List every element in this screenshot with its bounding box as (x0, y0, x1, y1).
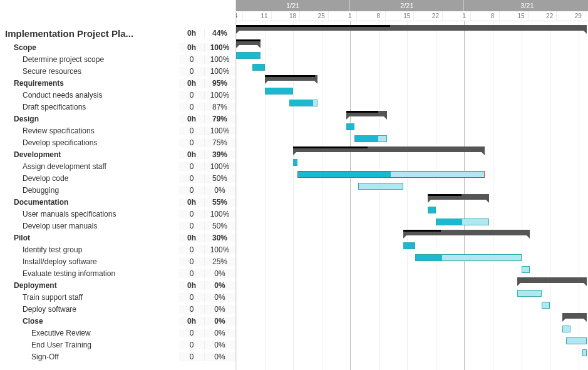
task-table-header (0, 0, 235, 25)
task-row[interactable]: Determine project scope0100% (0, 53, 235, 65)
task-row[interactable]: Review specifications0100% (0, 125, 235, 136)
task-bar[interactable] (252, 64, 265, 71)
bar-row (236, 204, 588, 216)
task-bar[interactable] (566, 337, 587, 344)
summary-row[interactable]: Development0h39% (0, 148, 235, 160)
task-hours: 0 (179, 257, 204, 266)
task-bar[interactable] (582, 349, 587, 356)
task-bar[interactable] (354, 135, 387, 142)
summary-bar[interactable] (236, 25, 587, 31)
task-percent: 39% (204, 150, 235, 159)
summary-row[interactable]: Scope0h100% (0, 41, 235, 53)
task-hours: 0h (179, 115, 204, 123)
bar-row (236, 299, 588, 311)
task-bar[interactable] (517, 290, 542, 297)
task-percent: 0% (204, 305, 235, 314)
task-name: Secure resources (23, 67, 179, 76)
task-row[interactable]: Install/deploy software025% (0, 255, 235, 267)
task-bar[interactable] (436, 218, 489, 225)
task-row[interactable]: Debugging00% (0, 184, 235, 196)
task-progress (416, 255, 442, 260)
task-progress (436, 219, 462, 225)
summary-progress (236, 25, 390, 27)
summary-bar[interactable] (293, 146, 485, 152)
timeline-month-label: 2/21 (350, 0, 464, 11)
task-hours: 0 (179, 174, 204, 183)
task-percent: 0% (204, 281, 235, 290)
bar-row (236, 97, 588, 109)
task-bar[interactable] (236, 52, 260, 59)
summary-row[interactable]: Documentation0h55% (0, 196, 235, 208)
bar-row (236, 311, 588, 323)
task-hours: 0 (179, 269, 204, 278)
timeline-day-tick: 29 (572, 11, 585, 21)
task-bar[interactable] (522, 266, 530, 273)
bar-row (236, 85, 588, 97)
task-bar[interactable] (403, 242, 416, 249)
task-bar[interactable] (346, 123, 354, 130)
task-bar[interactable] (289, 100, 318, 106)
task-name: Identify test group (23, 245, 179, 254)
summary-row[interactable]: Deployment0h0% (0, 279, 235, 291)
task-hours: 0 (179, 186, 204, 195)
timeline-day-tick: 1 (343, 11, 357, 21)
task-row[interactable]: Assign development staff0100% (0, 160, 235, 172)
task-progress (298, 172, 391, 177)
bar-row (236, 157, 588, 168)
task-row[interactable]: Develop specifications075% (0, 136, 235, 148)
summary-bar[interactable] (562, 313, 587, 319)
task-name: Review specifications (23, 126, 179, 135)
task-row[interactable]: Sign-Off00% (0, 351, 235, 362)
summary-bar[interactable] (346, 111, 387, 116)
task-row[interactable]: End User Training00% (0, 339, 235, 351)
task-row[interactable]: Develop code050% (0, 172, 235, 184)
summary-bar[interactable] (403, 230, 530, 235)
task-name: Documentation (14, 198, 179, 207)
summary-row[interactable]: Requirements0h95% (0, 77, 235, 89)
summary-bar[interactable] (428, 194, 489, 200)
summary-bar[interactable] (236, 39, 260, 45)
task-name: Implementation Project Pla... (5, 28, 179, 39)
task-progress (237, 53, 260, 58)
summary-bar[interactable] (265, 75, 318, 81)
task-bar[interactable] (415, 254, 521, 261)
task-percent: 0% (204, 269, 235, 278)
task-bar[interactable] (265, 88, 294, 95)
task-row[interactable]: Conduct needs analysis0100% (0, 89, 235, 101)
task-row[interactable]: Train support staff00% (0, 291, 235, 303)
summary-row[interactable]: Close0h0% (0, 315, 235, 327)
task-bar[interactable] (542, 302, 550, 309)
task-bar[interactable] (293, 159, 297, 166)
task-bar[interactable] (358, 183, 403, 190)
task-row[interactable]: Develop user manuals050% (0, 220, 235, 232)
bar-row (236, 335, 588, 347)
task-percent: 55% (204, 198, 235, 207)
task-hours: 0 (179, 103, 204, 111)
bar-row (236, 145, 588, 157)
timeline-pane[interactable]: 1/212/213/21 411182518152218152229 (235, 0, 588, 370)
task-row[interactable]: Executive Review00% (0, 327, 235, 339)
task-row[interactable]: User manuals specifications0100% (0, 208, 235, 220)
task-bar[interactable] (428, 207, 436, 213)
summary-row[interactable]: Design0h79% (0, 113, 235, 125)
bar-row (236, 323, 588, 335)
task-row[interactable]: Identify test group0100% (0, 244, 235, 255)
task-hours: 0 (179, 138, 204, 147)
task-name: Develop specifications (23, 138, 179, 147)
summary-progress (293, 146, 368, 148)
task-hours: 0 (179, 210, 204, 218)
task-hours: 0h (179, 198, 204, 207)
task-hours: 0 (179, 305, 204, 314)
task-row[interactable]: Deploy software00% (0, 303, 235, 315)
task-bar[interactable] (562, 326, 570, 332)
task-bar[interactable] (297, 171, 485, 178)
task-row[interactable]: Evaluate testing information00% (0, 267, 235, 279)
summary-row[interactable]: Pilot0h30% (0, 232, 235, 244)
summary-bar[interactable] (517, 277, 587, 283)
task-row[interactable]: Draft specifications087% (0, 101, 235, 113)
bar-row (236, 49, 588, 61)
task-row[interactable]: Secure resources0100% (0, 65, 235, 77)
summary-row[interactable]: Implementation Project Pla...0h44% (0, 25, 235, 41)
timeline-grid (236, 21, 588, 370)
timeline-day-tick: 15 (400, 11, 414, 21)
